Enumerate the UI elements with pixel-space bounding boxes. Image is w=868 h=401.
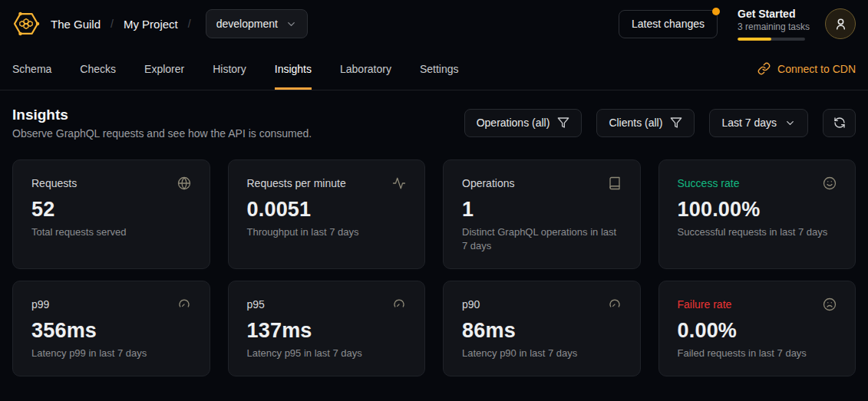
card-description: Latency p99 in last 7 days <box>31 347 191 360</box>
tab-history[interactable]: History <box>213 48 246 90</box>
card-title: p95 <box>247 297 265 311</box>
insights-page: Insights Observe GraphQL requests and se… <box>0 90 868 376</box>
card-value: 356ms <box>31 318 191 343</box>
stat-card-failure-rate: Failure rate 0.00% Failed requests in la… <box>658 281 856 376</box>
card-title: Success rate <box>678 176 740 190</box>
environment-selector[interactable]: development <box>206 9 308 38</box>
tab-explorer[interactable]: Explorer <box>144 48 184 90</box>
chevron-down-icon <box>784 117 796 129</box>
breadcrumb-org[interactable]: The Guild <box>51 18 101 31</box>
tab-checks[interactable]: Checks <box>80 48 116 90</box>
notification-dot <box>712 8 720 15</box>
hive-logo[interactable] <box>12 10 40 38</box>
globe-icon <box>177 176 191 190</box>
page-head-text: Insights Observe GraphQL requests and se… <box>12 106 312 140</box>
period-selector-label: Last 7 days <box>721 117 777 129</box>
latest-changes-label: Latest changes <box>632 18 705 30</box>
card-value: 86ms <box>462 318 622 343</box>
user-avatar[interactable] <box>825 8 856 39</box>
page-description: Observe GraphQL requests and see how the… <box>12 127 312 140</box>
tab-settings[interactable]: Settings <box>420 48 459 90</box>
get-started-subtitle: 3 remaining tasks <box>738 21 805 33</box>
card-title: p90 <box>462 297 480 311</box>
link-icon <box>757 62 771 75</box>
card-description: Latency p95 in last 7 days <box>247 347 407 360</box>
get-started-title: Get Started <box>738 8 805 21</box>
operations-filter-label: Operations (all) <box>477 117 550 129</box>
card-value: 0.0051 <box>247 197 407 222</box>
project-nav: Schema Checks Explorer History Insights … <box>0 48 868 90</box>
chevron-down-icon <box>285 18 297 30</box>
stat-card-p95: p95 137ms Latency p95 in last 7 days <box>228 281 426 376</box>
operations-filter-button[interactable]: Operations (all) <box>464 109 583 137</box>
gauge-icon <box>608 297 622 311</box>
get-started-widget[interactable]: Get Started 3 remaining tasks <box>738 8 805 41</box>
get-started-progress-fill <box>738 38 771 41</box>
connect-to-cdn-link[interactable]: Connect to CDN <box>757 48 856 90</box>
card-description: Distinct GraphQL operations in last 7 da… <box>462 225 622 253</box>
stat-card-requests: Requests 52 Total requests served <box>12 159 210 269</box>
funnel-icon <box>670 117 682 129</box>
app-header: The Guild / My Project / development Lat… <box>0 0 868 48</box>
stat-card-success-rate: Success rate 100.00% Successful requests… <box>658 159 856 269</box>
activity-icon <box>392 176 406 190</box>
breadcrumb-separator: / <box>111 18 114 30</box>
gauge-icon <box>177 297 191 311</box>
card-description: Failed requests in last 7 days <box>678 347 837 360</box>
gauge-icon <box>392 297 406 311</box>
funnel-icon <box>557 117 569 129</box>
card-description: Latency p90 in last 7 days <box>462 347 622 360</box>
card-value: 1 <box>462 197 622 222</box>
breadcrumb-separator: / <box>188 18 191 30</box>
tab-laboratory[interactable]: Laboratory <box>340 48 391 90</box>
card-title: Requests <box>31 176 77 190</box>
latest-changes-button[interactable]: Latest changes <box>619 10 718 38</box>
get-started-progressbar <box>738 38 805 41</box>
card-title: Requests per minute <box>247 176 346 190</box>
card-value: 52 <box>31 197 191 222</box>
card-value: 100.00% <box>678 197 837 222</box>
stat-card-operations: Operations 1 Distinct GraphQL operations… <box>443 159 641 269</box>
stats-grid: Requests 52 Total requests served Reques… <box>12 159 856 376</box>
stat-card-p90: p90 86ms Latency p90 in last 7 days <box>443 281 641 376</box>
header-right: Latest changes Get Started 3 remaining t… <box>619 8 856 41</box>
card-description: Successful requests in last 7 days <box>678 225 837 239</box>
page-head: Insights Observe GraphQL requests and se… <box>12 106 856 140</box>
book-icon <box>608 176 622 190</box>
frown-icon <box>823 297 837 311</box>
card-description: Throughput in last 7 days <box>247 225 407 239</box>
card-title: p99 <box>31 297 49 311</box>
clients-filter-button[interactable]: Clients (all) <box>596 109 695 137</box>
tab-insights[interactable]: Insights <box>275 48 312 90</box>
page-title: Insights <box>12 106 312 124</box>
stat-card-p99: p99 356ms Latency p99 in last 7 days <box>12 281 210 376</box>
refresh-icon <box>833 117 846 129</box>
refresh-button[interactable] <box>823 109 856 137</box>
filter-row: Operations (all) Clients (all) Last 7 da… <box>464 109 856 137</box>
clients-filter-label: Clients (all) <box>609 117 662 129</box>
breadcrumb-project[interactable]: My Project <box>124 18 178 31</box>
card-value: 0.00% <box>678 318 837 343</box>
card-title: Operations <box>462 176 514 190</box>
environment-selector-value: development <box>216 18 278 30</box>
user-icon <box>833 17 848 31</box>
smile-icon <box>823 176 837 190</box>
card-value: 137ms <box>247 318 407 343</box>
card-description: Total requests served <box>31 225 191 239</box>
connect-to-cdn-label: Connect to CDN <box>777 63 856 75</box>
stat-card-requests-per-minute: Requests per minute 0.0051 Throughput in… <box>228 159 426 269</box>
card-title: Failure rate <box>678 297 732 311</box>
tab-schema[interactable]: Schema <box>12 48 51 90</box>
period-selector[interactable]: Last 7 days <box>709 109 808 137</box>
